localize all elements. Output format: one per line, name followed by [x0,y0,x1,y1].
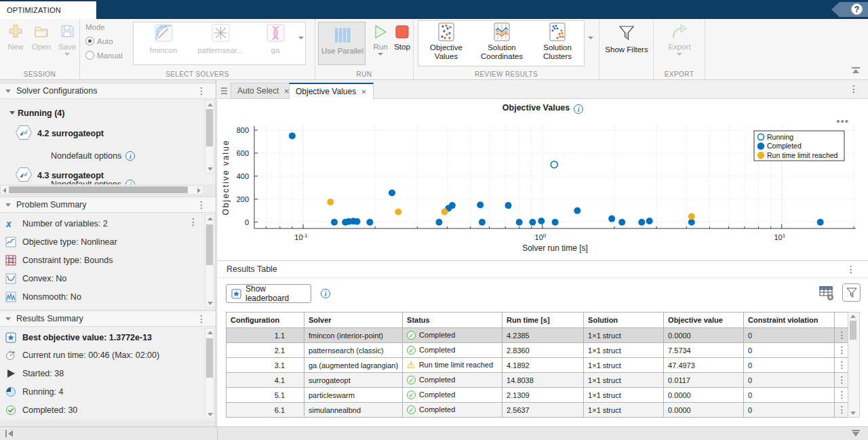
scrollbar-vertical[interactable] [205,328,214,419]
scroll-right-icon[interactable] [197,188,201,193]
tab-bar-menu-icon[interactable]: ⋮ [849,85,859,92]
scrollbar-vertical[interactable] [848,312,860,418]
scroll-left-icon[interactable] [3,188,6,193]
solver-patternsearch[interactable]: patternsear... [192,24,249,63]
info-icon[interactable] [125,180,135,184]
table-row[interactable]: 3.1ga (augmented lagrangian) Run time li… [226,358,850,373]
scrollbar-vertical[interactable] [205,100,214,174]
row-menu-icon[interactable]: ⋮ [837,329,847,340]
collapse-triangle-icon[interactable] [5,317,11,321]
collapse-toolstrip-icon[interactable] [850,66,861,76]
solver-configurations-header[interactable]: Solver Configurations ⋮ [0,83,216,99]
table-settings-button[interactable] [817,283,835,302]
tree-group-running[interactable]: Running (4) [9,108,64,118]
scrollbar-thumb[interactable] [206,338,213,378]
new-button[interactable]: New [4,23,27,51]
scrollbar-thumb[interactable] [9,186,188,193]
use-parallel-toggle[interactable]: Use Parallel [318,22,366,65]
col-constraint-violation[interactable]: Constraint violation [744,313,835,328]
scroll-down-icon[interactable] [208,167,213,171]
col-solver[interactable]: Solver [304,313,403,328]
collapse-sidebar-icon[interactable] [5,429,14,440]
section-menu-icon[interactable]: ⋮ [846,266,856,273]
export-button[interactable]: Export [660,23,698,56]
info-icon[interactable] [321,289,330,298]
row-menu-icon[interactable]: ⋮ [837,374,847,385]
row-menu-icon[interactable]: ⋮ [837,404,847,415]
scrollbar-thumb[interactable] [850,321,856,340]
chart-menu-icon[interactable]: ••• [836,115,849,127]
save-dropdown-icon[interactable] [64,53,70,56]
save-button[interactable]: Save [56,23,79,56]
scroll-up-icon[interactable] [208,217,213,220]
scroll-up-icon[interactable] [850,315,856,318]
col-objective-value[interactable]: Objective value [664,313,744,328]
col-configuration[interactable]: Configuration [226,313,304,328]
section-menu-icon[interactable]: ⋮ [197,87,206,94]
stop-button[interactable]: Stop [391,24,413,51]
collapse-triangle-icon[interactable] [5,89,11,93]
row-menu-icon[interactable]: ⋮ [837,389,847,400]
convex-icon [5,273,16,284]
col-status[interactable]: Status [403,313,502,328]
mode-manual-radio[interactable]: Manual [85,51,123,60]
tab-auto-select[interactable]: Auto Select✕ [231,83,296,99]
config-item[interactable]: 4.2 surrogateopt [15,125,104,142]
export-dropdown-icon[interactable] [677,53,682,56]
scrollbar-horizontal[interactable] [0,185,203,195]
review-gallery-dropdown-icon[interactable] [588,39,593,49]
mode-auto-radio[interactable]: Auto [85,37,113,45]
started-item: Started: 38 [5,368,64,379]
nonsmooth-icon [5,292,16,302]
col-solution[interactable]: Solution [584,313,664,328]
col-run-time[interactable]: Run time [s] [502,313,584,328]
section-menu-icon[interactable]: ⋮ [197,315,206,322]
solver-gallery-dropdown-icon[interactable] [298,39,304,49]
scrollbar-vertical[interactable] [205,214,214,308]
scroll-up-icon[interactable] [208,331,213,334]
objective-values-button[interactable]: ObjectiveValues [420,22,473,64]
open-button[interactable]: Open [30,23,53,51]
show-filters-button[interactable]: Show Filters [604,24,650,54]
run-dropdown-icon[interactable] [378,53,383,56]
section-menu-icon[interactable]: ⋮ [197,201,206,208]
solver-fmincon[interactable]: fmincon [136,24,191,63]
objective-values-chart[interactable]: 020040060080010-1100101Solver run time [… [218,99,868,261]
row-menu-icon[interactable]: ⋮ [837,359,847,370]
scroll-down-icon[interactable] [208,413,213,416]
row-menu-icon[interactable]: ⋮ [189,218,198,225]
collapse-panel-down-icon[interactable] [850,429,861,440]
results-summary-header[interactable]: Results Summary ⋮ [0,311,216,327]
table-row[interactable]: 2.1patternsearch (classic) Completed 2.8… [226,343,850,358]
chart-title: Objective Values [218,103,868,114]
table-row[interactable]: 5.1particleswarm Completed 2.13091×1 str… [226,388,850,403]
show-leaderboard-button[interactable]: Show leaderboard [226,284,311,303]
summary-item: Constraint type: Bounds [5,255,113,266]
solver-ga[interactable]: ga [252,24,299,63]
info-icon[interactable] [125,151,135,161]
scrollbar-thumb[interactable] [206,224,213,265]
table-row[interactable]: 6.1simulannealbnd Completed 2.56371×1 st… [226,403,850,418]
help-icon[interactable]: ? [851,3,863,15]
info-icon[interactable] [574,104,583,114]
tab-objective-values[interactable]: Objective Values✕ [289,83,374,99]
table-row[interactable]: 1.1fmincon (interior-point) Completed 4.… [226,328,850,343]
row-menu-icon[interactable]: ⋮ [837,344,847,355]
tab-list-icon[interactable] [221,86,227,96]
solution-clusters-button[interactable]: SolutionClusters [531,22,584,64]
scroll-down-icon[interactable] [850,412,856,415]
app-title-tab[interactable]: OPTIMIZATION EXPLORER [0,1,96,19]
table-row[interactable]: 4.1surrogateopt Completed 14.80381×1 str… [226,373,850,388]
svg-text:800: 800 [237,126,249,134]
scroll-up-icon[interactable] [208,103,213,106]
scroll-down-icon[interactable] [208,302,213,305]
run-button[interactable]: Run [370,24,391,56]
results-table[interactable]: Configuration Solver Status Run time [s]… [226,312,850,418]
svg-text:Run time limit reached: Run time limit reached [767,151,838,159]
table-filter-button[interactable] [842,283,861,302]
collapse-triangle-icon[interactable] [5,203,11,207]
scrollbar-thumb[interactable] [206,109,213,146]
problem-summary-header[interactable]: Problem Summary ⋮ [0,197,216,213]
close-icon[interactable]: ✕ [361,88,366,96]
solution-coordinates-button[interactable]: SolutionCoordinates [474,22,530,64]
